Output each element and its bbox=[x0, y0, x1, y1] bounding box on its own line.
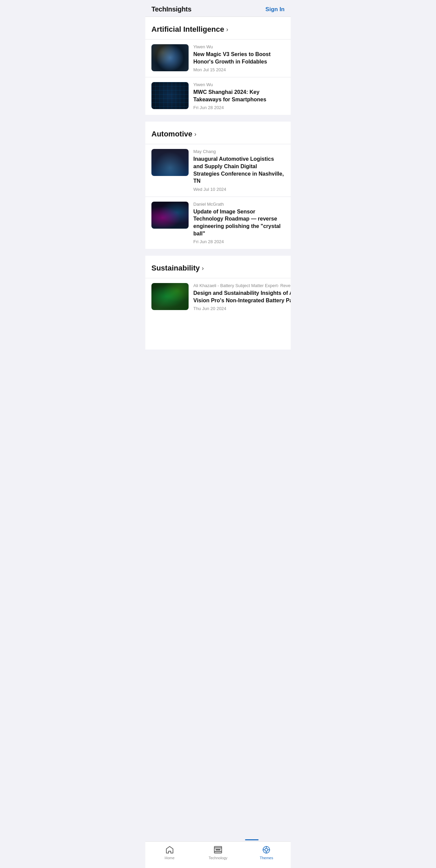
section-divider bbox=[145, 115, 291, 122]
nav-label-home: Home bbox=[165, 856, 174, 860]
article-date: Fri Jun 28 2024 bbox=[193, 105, 285, 110]
article-item[interactable]: Yiwen Wu MWC Shanghai 2024: Key Takeaway… bbox=[145, 77, 291, 115]
section-ai-header[interactable]: Artificial Intelligence › bbox=[145, 25, 291, 39]
bottom-navigation: Home Technology Themes bbox=[145, 841, 291, 868]
article-item[interactable]: May Chang Inaugural Automotive Logistics… bbox=[145, 144, 291, 196]
section-sustainability-title: Sustainability bbox=[151, 264, 200, 273]
svg-rect-0 bbox=[214, 848, 222, 852]
article-thumbnail bbox=[151, 149, 189, 176]
article-author: Daniel McGrath bbox=[193, 202, 285, 207]
article-thumbnail bbox=[151, 283, 189, 310]
article-title: Update of Image Sensor Technology Roadma… bbox=[193, 208, 285, 237]
article-meta: May Chang Inaugural Automotive Logistics… bbox=[193, 149, 285, 192]
signin-button[interactable]: Sign In bbox=[265, 6, 285, 13]
app-logo: TechInsights bbox=[151, 5, 191, 13]
svg-rect-2 bbox=[214, 846, 222, 848]
article-meta: Daniel McGrath Update of Image Sensor Te… bbox=[193, 202, 285, 244]
article-date: Mon Jul 15 2024 bbox=[193, 67, 285, 72]
chevron-right-icon: › bbox=[194, 131, 196, 138]
article-date: Thu Jun 20 2024 bbox=[193, 306, 291, 311]
themes-active-indicator bbox=[245, 839, 259, 840]
article-author: Ali Khazaeli - Battery Subject Matter Ex… bbox=[193, 283, 291, 288]
article-meta: Ali Khazaeli - Battery Subject Matter Ex… bbox=[193, 283, 291, 311]
nav-item-technology[interactable]: Technology bbox=[194, 845, 242, 860]
section-ai: Artificial Intelligence › Yiwen Wu New M… bbox=[145, 17, 291, 115]
chevron-right-icon: › bbox=[226, 26, 228, 33]
svg-point-4 bbox=[265, 848, 268, 851]
article-author: May Chang bbox=[193, 149, 285, 154]
article-author: Yiwen Wu bbox=[193, 44, 285, 49]
nav-label-themes: Themes bbox=[260, 856, 273, 860]
nav-label-technology: Technology bbox=[209, 856, 227, 860]
section-sustainability: Sustainability › Ali Khazaeli - Battery … bbox=[145, 256, 291, 316]
article-date: Fri Jun 28 2024 bbox=[193, 239, 285, 244]
article-title: MWC Shanghai 2024: Key Takeaways for Sma… bbox=[193, 88, 285, 103]
section-ai-title: Artificial Intelligence bbox=[151, 25, 224, 34]
nav-item-home[interactable]: Home bbox=[145, 845, 194, 860]
section-sustainability-header[interactable]: Sustainability › bbox=[145, 264, 291, 278]
article-thumbnail bbox=[151, 202, 189, 229]
section-automotive-header[interactable]: Automotive › bbox=[145, 130, 291, 144]
article-item[interactable]: Yiwen Wu New Magic V3 Series to Boost Ho… bbox=[145, 39, 291, 77]
article-item[interactable]: Ali Khazaeli - Battery Subject Matter Ex… bbox=[145, 278, 291, 316]
article-item[interactable]: Daniel McGrath Update of Image Sensor Te… bbox=[145, 197, 291, 249]
article-title: New Magic V3 Series to Boost Honor's Gro… bbox=[193, 51, 285, 65]
section-divider bbox=[145, 249, 291, 256]
main-content: Artificial Intelligence › Yiwen Wu New M… bbox=[145, 17, 291, 350]
article-date: Wed Jul 10 2024 bbox=[193, 187, 285, 192]
app-header: TechInsights Sign In bbox=[145, 0, 291, 17]
article-title: Inaugural Automotive Logistics and Suppl… bbox=[193, 155, 285, 184]
section-automotive: Automotive › May Chang Inaugural Automot… bbox=[145, 122, 291, 249]
section-automotive-title: Automotive bbox=[151, 130, 192, 138]
chevron-right-icon: › bbox=[202, 265, 204, 272]
nav-item-themes[interactable]: Themes bbox=[242, 845, 291, 860]
article-thumbnail bbox=[151, 82, 189, 109]
themes-icon bbox=[262, 845, 271, 854]
home-icon bbox=[165, 845, 174, 854]
svg-rect-3 bbox=[214, 851, 222, 853]
article-title: Design and Sustainability Insights of Ap… bbox=[193, 289, 291, 304]
article-thumbnail bbox=[151, 44, 189, 71]
svg-rect-1 bbox=[216, 849, 220, 850]
article-meta: Yiwen Wu New Magic V3 Series to Boost Ho… bbox=[193, 44, 285, 72]
technology-icon bbox=[213, 845, 223, 854]
article-meta: Yiwen Wu MWC Shanghai 2024: Key Takeaway… bbox=[193, 82, 285, 110]
article-author: Yiwen Wu bbox=[193, 82, 285, 87]
